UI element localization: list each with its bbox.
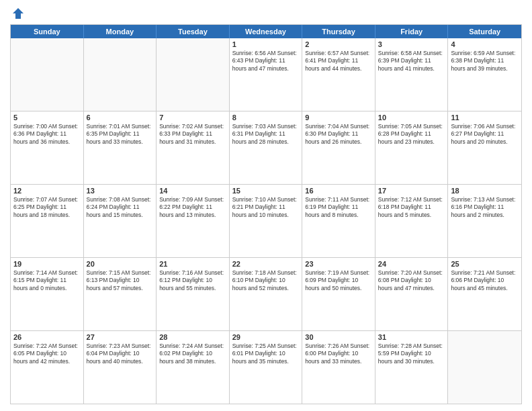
day-number: 3 [378, 40, 445, 48]
cell-text: Sunrise: 6:57 AM Sunset: 6:41 PM Dayligh… [305, 50, 372, 73]
day-number: 27 [87, 333, 154, 341]
day-number: 22 [232, 260, 300, 268]
calendar-cell: 2Sunrise: 6:57 AM Sunset: 6:41 PM Daylig… [302, 38, 375, 111]
cell-text: Sunrise: 7:03 AM Sunset: 6:31 PM Dayligh… [232, 123, 300, 146]
calendar: SundayMondayTuesdayWednesdayThursdayFrid… [10, 24, 522, 404]
cell-text: Sunrise: 7:21 AM Sunset: 6:06 PM Dayligh… [451, 269, 519, 292]
calendar-cell: 13Sunrise: 7:08 AM Sunset: 6:24 PM Dayli… [84, 185, 157, 257]
svg-marker-0 [13, 8, 24, 19]
calendar-cell: 18Sunrise: 7:13 AM Sunset: 6:16 PM Dayli… [448, 185, 521, 257]
calendar-cell: 6Sunrise: 7:01 AM Sunset: 6:35 PM Daylig… [84, 111, 157, 184]
calendar-cell: 11Sunrise: 7:06 AM Sunset: 6:27 PM Dayli… [448, 111, 521, 184]
calendar-cell: 9Sunrise: 7:04 AM Sunset: 6:30 PM Daylig… [302, 111, 375, 184]
calendar-row-3: 19Sunrise: 7:14 AM Sunset: 6:15 PM Dayli… [11, 258, 521, 331]
calendar-cell: 8Sunrise: 7:03 AM Sunset: 6:31 PM Daylig… [230, 111, 303, 184]
calendar-row-2: 12Sunrise: 7:07 AM Sunset: 6:25 PM Dayli… [11, 185, 521, 258]
calendar-cell [448, 331, 521, 404]
day-number: 10 [378, 113, 445, 122]
calendar-cell: 3Sunrise: 6:58 AM Sunset: 6:39 PM Daylig… [375, 38, 449, 111]
day-number: 17 [378, 187, 445, 195]
cell-text: Sunrise: 7:02 AM Sunset: 6:33 PM Dayligh… [159, 123, 226, 146]
header [10, 7, 522, 20]
calendar-cell: 27Sunrise: 7:23 AM Sunset: 6:04 PM Dayli… [84, 331, 157, 404]
calendar-cell: 5Sunrise: 7:00 AM Sunset: 6:36 PM Daylig… [11, 111, 84, 184]
cell-text: Sunrise: 7:15 AM Sunset: 6:13 PM Dayligh… [87, 269, 154, 292]
logo-icon [11, 7, 25, 20]
cell-text: Sunrise: 7:18 AM Sunset: 6:10 PM Dayligh… [232, 269, 300, 292]
day-number: 31 [378, 333, 445, 341]
calendar-cell: 19Sunrise: 7:14 AM Sunset: 6:15 PM Dayli… [11, 258, 84, 330]
cell-text: Sunrise: 6:59 AM Sunset: 6:38 PM Dayligh… [451, 50, 519, 73]
day-number: 23 [305, 260, 372, 268]
calendar-row-0: 1Sunrise: 6:56 AM Sunset: 6:43 PM Daylig… [11, 38, 521, 111]
calendar-cell: 1Sunrise: 6:56 AM Sunset: 6:43 PM Daylig… [230, 38, 303, 111]
day-number: 30 [305, 333, 372, 341]
day-number: 16 [305, 187, 372, 195]
cell-text: Sunrise: 7:25 AM Sunset: 6:01 PM Dayligh… [232, 342, 300, 365]
day-number: 9 [305, 113, 372, 122]
cell-text: Sunrise: 7:04 AM Sunset: 6:30 PM Dayligh… [305, 123, 372, 146]
cell-text: Sunrise: 6:56 AM Sunset: 6:43 PM Dayligh… [232, 50, 300, 73]
logo [10, 7, 25, 20]
calendar-cell: 15Sunrise: 7:10 AM Sunset: 6:21 PM Dayli… [230, 185, 303, 257]
day-number: 29 [232, 333, 300, 341]
cell-text: Sunrise: 7:13 AM Sunset: 6:16 PM Dayligh… [451, 196, 519, 219]
cell-text: Sunrise: 7:01 AM Sunset: 6:35 PM Dayligh… [87, 123, 154, 146]
day-number: 1 [232, 40, 300, 48]
calendar-body: 1Sunrise: 6:56 AM Sunset: 6:43 PM Daylig… [11, 38, 521, 404]
day-number: 11 [451, 113, 519, 122]
calendar-cell: 4Sunrise: 6:59 AM Sunset: 6:38 PM Daylig… [448, 38, 521, 111]
cell-text: Sunrise: 7:09 AM Sunset: 6:22 PM Dayligh… [159, 196, 226, 219]
calendar-cell: 10Sunrise: 7:05 AM Sunset: 6:28 PM Dayli… [375, 111, 449, 184]
day-number: 7 [159, 113, 226, 122]
calendar-cell: 23Sunrise: 7:19 AM Sunset: 6:09 PM Dayli… [302, 258, 375, 330]
day-number: 20 [87, 260, 154, 268]
calendar-row-4: 26Sunrise: 7:22 AM Sunset: 6:05 PM Dayli… [11, 331, 521, 404]
day-number: 24 [378, 260, 445, 268]
cell-text: Sunrise: 7:11 AM Sunset: 6:19 PM Dayligh… [305, 196, 372, 219]
day-number: 12 [13, 187, 81, 195]
day-number: 5 [13, 113, 81, 122]
cell-text: Sunrise: 7:06 AM Sunset: 6:27 PM Dayligh… [451, 123, 519, 146]
calendar-cell: 26Sunrise: 7:22 AM Sunset: 6:05 PM Dayli… [11, 331, 84, 404]
header-cell-monday: Monday [84, 25, 157, 38]
calendar-cell: 30Sunrise: 7:26 AM Sunset: 6:00 PM Dayli… [302, 331, 375, 404]
calendar-cell [157, 38, 230, 111]
cell-text: Sunrise: 7:23 AM Sunset: 6:04 PM Dayligh… [87, 342, 154, 365]
day-number: 25 [451, 260, 519, 268]
calendar-cell: 14Sunrise: 7:09 AM Sunset: 6:22 PM Dayli… [157, 185, 230, 257]
cell-text: Sunrise: 7:28 AM Sunset: 5:59 PM Dayligh… [378, 342, 445, 365]
day-number: 4 [451, 40, 519, 48]
cell-text: Sunrise: 7:22 AM Sunset: 6:05 PM Dayligh… [13, 342, 81, 365]
cell-text: Sunrise: 7:12 AM Sunset: 6:18 PM Dayligh… [378, 196, 445, 219]
day-number: 26 [13, 333, 81, 341]
day-number: 2 [305, 40, 372, 48]
cell-text: Sunrise: 7:14 AM Sunset: 6:15 PM Dayligh… [13, 269, 81, 292]
cell-text: Sunrise: 7:19 AM Sunset: 6:09 PM Dayligh… [305, 269, 372, 292]
day-number: 21 [159, 260, 226, 268]
calendar-cell: 7Sunrise: 7:02 AM Sunset: 6:33 PM Daylig… [157, 111, 230, 184]
calendar-cell: 20Sunrise: 7:15 AM Sunset: 6:13 PM Dayli… [84, 258, 157, 330]
calendar-row-1: 5Sunrise: 7:00 AM Sunset: 6:36 PM Daylig… [11, 111, 521, 185]
cell-text: Sunrise: 7:08 AM Sunset: 6:24 PM Dayligh… [87, 196, 154, 219]
cell-text: Sunrise: 6:58 AM Sunset: 6:39 PM Dayligh… [378, 50, 445, 73]
day-number: 28 [159, 333, 226, 341]
calendar-cell: 16Sunrise: 7:11 AM Sunset: 6:19 PM Dayli… [302, 185, 375, 257]
cell-text: Sunrise: 7:05 AM Sunset: 6:28 PM Dayligh… [378, 123, 445, 146]
calendar-cell: 22Sunrise: 7:18 AM Sunset: 6:10 PM Dayli… [230, 258, 303, 330]
cell-text: Sunrise: 7:00 AM Sunset: 6:36 PM Dayligh… [13, 123, 81, 146]
header-cell-sunday: Sunday [11, 25, 84, 38]
header-cell-thursday: Thursday [302, 25, 375, 38]
cell-text: Sunrise: 7:26 AM Sunset: 6:00 PM Dayligh… [305, 342, 372, 365]
day-number: 13 [87, 187, 154, 195]
day-number: 19 [13, 260, 81, 268]
header-cell-friday: Friday [375, 25, 449, 38]
calendar-cell: 29Sunrise: 7:25 AM Sunset: 6:01 PM Dayli… [230, 331, 303, 404]
calendar-header-row: SundayMondayTuesdayWednesdayThursdayFrid… [11, 25, 521, 38]
header-cell-tuesday: Tuesday [157, 25, 230, 38]
calendar-cell: 25Sunrise: 7:21 AM Sunset: 6:06 PM Dayli… [448, 258, 521, 330]
calendar-cell: 24Sunrise: 7:20 AM Sunset: 6:08 PM Dayli… [375, 258, 449, 330]
header-cell-saturday: Saturday [448, 25, 521, 38]
calendar-cell [11, 38, 84, 111]
day-number: 14 [159, 187, 226, 195]
